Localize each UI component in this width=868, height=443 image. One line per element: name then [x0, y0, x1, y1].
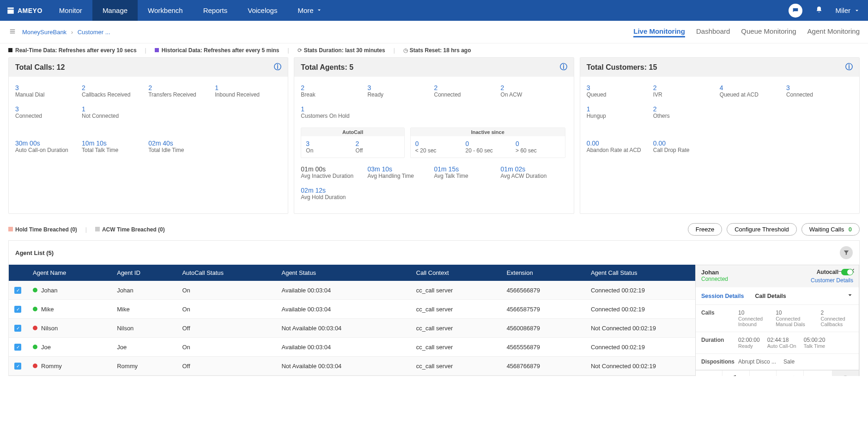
- stat-label: Call Drop Rate: [653, 147, 717, 153]
- stat-label: Connected: [15, 113, 79, 119]
- disconnected-icon: [812, 374, 824, 376]
- checkbox-icon[interactable]: ✓: [14, 325, 21, 332]
- stat-value: 01m 00s: [301, 165, 364, 173]
- checkbox-icon[interactable]: ✓: [14, 306, 21, 313]
- brand-text: AMEYO: [18, 7, 42, 14]
- autocall-toggle[interactable]: Autocall: [811, 269, 853, 275]
- agent-list-section: Agent List (5) Agent NameAgent IDAutoCal…: [8, 240, 860, 376]
- chevron-down-icon: [854, 8, 860, 13]
- action-barge[interactable]: Barge: [722, 370, 749, 376]
- stat-value: 0: [465, 140, 510, 147]
- nav-voicelogs[interactable]: Voicelogs: [237, 0, 287, 21]
- refresh-icon: ⟳: [297, 47, 302, 54]
- card-title: Total Calls: 12: [15, 63, 65, 72]
- checkbox-icon[interactable]: ✓: [14, 363, 21, 370]
- info-reset: ◷Stats Reset: 18 hrs ago: [403, 47, 471, 54]
- col-autocall-status[interactable]: AutoCall Status: [176, 265, 276, 281]
- stat-value: 3: [587, 84, 650, 91]
- col-extension[interactable]: Extension: [501, 265, 585, 281]
- subgroup-inactive: Inactive since 0< 20 sec020 - 60 sec0> 6…: [410, 127, 565, 158]
- stat-item: 02m 12sAvg Hold Duration: [301, 186, 367, 207]
- stat-item: 020 - 60 sec: [462, 140, 513, 154]
- stat-value: 2: [82, 84, 146, 91]
- status-dot-icon: [33, 288, 37, 292]
- status-dot-icon: [33, 326, 37, 330]
- col-agent-id[interactable]: Agent ID: [111, 265, 176, 281]
- bell-icon[interactable]: [815, 6, 823, 15]
- stat-value: 02m 40s: [148, 140, 212, 147]
- panel-actions: SnoopBargeWhisperConferenceDisconnectedF…: [696, 370, 859, 376]
- col-call-context[interactable]: Call Context: [411, 265, 501, 281]
- customer-details-link[interactable]: Customer Details: [811, 277, 853, 284]
- info-historical: Historical Data: Refreshes after every 5…: [155, 47, 279, 54]
- action-conference[interactable]: Conference: [777, 370, 803, 376]
- checkbox-icon[interactable]: ✓: [14, 287, 21, 294]
- stat-label: Inbound Received: [215, 91, 279, 98]
- row-label: Duration: [701, 337, 738, 349]
- sub-bar: MoneySureBank › Customer ... Live Monito…: [0, 21, 868, 43]
- stat-value: 01m 15s: [434, 165, 498, 173]
- nav-reports[interactable]: Reports: [193, 0, 238, 21]
- tab-queue-monitoring[interactable]: Queue Monitoring: [741, 26, 796, 37]
- stat-value: 4: [720, 84, 783, 91]
- stat-label: Avg ACW Duration: [501, 173, 565, 179]
- chevron-down-icon[interactable]: [847, 292, 853, 300]
- stat-label: Manual Dial: [15, 91, 79, 98]
- action-whisper[interactable]: Whisper: [750, 370, 777, 376]
- panel-row-duration: Duration 02:00:00Ready02:44:18Auto Call-…: [696, 332, 859, 354]
- stat-value: 2: [653, 84, 717, 91]
- action-disconnected[interactable]: Disconnected: [804, 370, 832, 376]
- user-menu[interactable]: Miler: [836, 6, 860, 14]
- stat-item: 1Inbound Received: [215, 83, 281, 104]
- info-icon[interactable]: ⓘ: [560, 62, 567, 72]
- stat-value: 2: [148, 84, 212, 91]
- card-total-agents: Total Agents: 5 ⓘ 2Break3Ready2Connected…: [294, 57, 574, 214]
- subgroup-title: AutoCall: [301, 128, 404, 136]
- stat-label: 20 - 60 sec: [465, 147, 510, 154]
- info-icon[interactable]: ⓘ: [274, 62, 281, 72]
- stat-value: 0.00: [653, 140, 717, 147]
- stat-item: 2Connected: [434, 83, 500, 104]
- stat-value: 02m 12s: [301, 187, 364, 194]
- whisper-icon: [757, 374, 769, 376]
- tab-live-monitoring[interactable]: Live Monitoring: [633, 26, 685, 37]
- tab-session-details[interactable]: Session Details: [701, 293, 744, 299]
- chat-icon[interactable]: [789, 4, 802, 18]
- stat-label: Break: [301, 91, 364, 98]
- freeze-button[interactable]: Freeze: [688, 223, 722, 236]
- configure-threshold-button[interactable]: Configure Threshold: [727, 223, 797, 236]
- disposition-item: Abrupt Disco ...: [738, 358, 776, 365]
- stat-item: 2Off: [353, 140, 402, 154]
- nav-workbench[interactable]: Workbench: [138, 0, 193, 21]
- stat-value: 2: [301, 84, 364, 91]
- panel-tabs: Session Details Call Details: [696, 287, 859, 305]
- breadcrumb-root[interactable]: MoneySureBank: [22, 29, 67, 36]
- stat-label: Customers On Hold: [301, 113, 364, 119]
- tab-call-details[interactable]: Call Details: [755, 293, 786, 299]
- stat-item: 0.00Abandon Rate at ACD: [587, 139, 653, 160]
- logo-icon: [6, 6, 15, 15]
- stat-value: 03m 10s: [367, 165, 431, 173]
- col-agent-name[interactable]: Agent Name: [27, 265, 111, 281]
- nav-more[interactable]: More: [287, 0, 332, 21]
- checkbox-icon[interactable]: ✓: [14, 344, 21, 351]
- waiting-count: 0: [849, 226, 852, 233]
- tab-agent-monitoring[interactable]: Agent Monitoring: [807, 26, 860, 37]
- hamburger-icon[interactable]: [8, 28, 17, 36]
- toggle-icon[interactable]: [841, 269, 853, 275]
- tab-dashboard[interactable]: Dashboard: [696, 26, 730, 37]
- stat-value: 1: [301, 105, 364, 113]
- stat-label: Off: [356, 147, 400, 154]
- breadcrumb-leaf[interactable]: Customer ...: [78, 29, 110, 36]
- filter-icon[interactable]: [840, 246, 853, 259]
- breadcrumb[interactable]: MoneySureBank › Customer ...: [22, 29, 110, 36]
- stat-item: 30m 00sAuto Call-on Duration: [15, 139, 82, 160]
- nav-manage[interactable]: Manage: [92, 0, 138, 21]
- col-agent-status[interactable]: Agent Status: [276, 265, 410, 281]
- stat-label: Avg Talk Time: [434, 173, 498, 179]
- info-realtime: Real-Time Data: Refreshes after every 10…: [8, 47, 137, 54]
- nav-monitor[interactable]: Monitor: [49, 0, 92, 21]
- action-snoop[interactable]: Snoop: [696, 370, 722, 376]
- waiting-calls-button[interactable]: Waiting Calls 0: [801, 223, 860, 236]
- info-icon[interactable]: ⓘ: [845, 62, 853, 72]
